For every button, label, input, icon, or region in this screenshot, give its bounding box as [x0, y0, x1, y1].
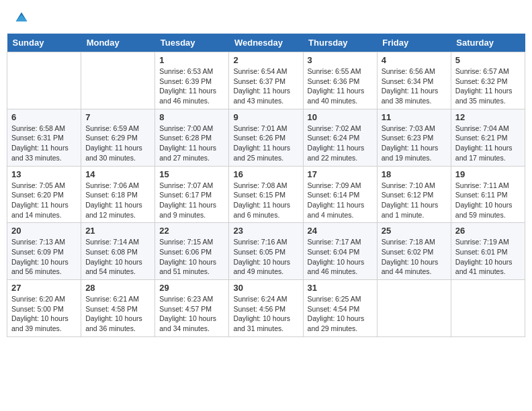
day-info: Sunrise: 7:01 AM Sunset: 6:26 PM Dayligh…: [233, 124, 298, 163]
calendar-cell: 25Sunrise: 7:18 AM Sunset: 6:02 PM Dayli…: [377, 223, 451, 280]
day-info: Sunrise: 7:15 AM Sunset: 6:06 PM Dayligh…: [159, 237, 224, 277]
day-info: Sunrise: 7:08 AM Sunset: 6:15 PM Dayligh…: [233, 181, 298, 220]
day-number: 2: [233, 55, 298, 65]
day-number: 27: [11, 283, 77, 293]
day-info: Sunrise: 6:23 AM Sunset: 4:57 PM Dayligh…: [159, 294, 224, 334]
calendar-cell: 21Sunrise: 7:14 AM Sunset: 6:08 PM Dayli…: [81, 223, 155, 280]
calendar-cell: 13Sunrise: 7:05 AM Sunset: 6:20 PM Dayli…: [7, 166, 81, 223]
calendar-cell: 14Sunrise: 7:06 AM Sunset: 6:18 PM Dayli…: [81, 166, 155, 223]
day-info: Sunrise: 7:18 AM Sunset: 6:02 PM Dayligh…: [382, 237, 447, 277]
calendar-cell: 29Sunrise: 6:23 AM Sunset: 4:57 PM Dayli…: [155, 280, 229, 337]
calendar-header-row: SundayMondayTuesdayWednesdayThursdayFrid…: [7, 34, 525, 52]
day-number: 25: [382, 226, 447, 236]
day-info: Sunrise: 7:16 AM Sunset: 6:05 PM Dayligh…: [233, 237, 298, 277]
day-info: Sunrise: 7:11 AM Sunset: 6:11 PM Dayligh…: [455, 181, 521, 220]
day-info: Sunrise: 6:59 AM Sunset: 6:29 PM Dayligh…: [85, 124, 150, 163]
calendar-cell: [377, 280, 451, 337]
day-info: Sunrise: 7:19 AM Sunset: 6:01 PM Dayligh…: [455, 237, 521, 277]
calendar-cell: 24Sunrise: 7:17 AM Sunset: 6:04 PM Dayli…: [303, 223, 377, 280]
calendar-week-row: 6Sunrise: 6:58 AM Sunset: 6:31 PM Daylig…: [7, 109, 525, 166]
calendar-cell: 30Sunrise: 6:24 AM Sunset: 4:56 PM Dayli…: [229, 280, 303, 337]
day-info: Sunrise: 6:20 AM Sunset: 5:00 PM Dayligh…: [11, 294, 77, 334]
calendar-cell: [451, 280, 525, 337]
day-info: Sunrise: 7:02 AM Sunset: 6:24 PM Dayligh…: [308, 124, 373, 163]
day-info: Sunrise: 7:09 AM Sunset: 6:14 PM Dayligh…: [308, 181, 373, 220]
day-info: Sunrise: 6:58 AM Sunset: 6:31 PM Dayligh…: [11, 124, 77, 163]
calendar-cell: 31Sunrise: 6:25 AM Sunset: 4:54 PM Dayli…: [303, 280, 377, 337]
day-number: 24: [308, 226, 373, 236]
day-number: 14: [85, 169, 150, 179]
day-number: 18: [382, 169, 447, 179]
calendar-week-row: 13Sunrise: 7:05 AM Sunset: 6:20 PM Dayli…: [7, 166, 525, 223]
calendar-cell: 2Sunrise: 6:54 AM Sunset: 6:37 PM Daylig…: [229, 52, 303, 109]
day-info: Sunrise: 7:03 AM Sunset: 6:23 PM Dayligh…: [382, 124, 447, 163]
calendar-cell: 11Sunrise: 7:03 AM Sunset: 6:23 PM Dayli…: [377, 109, 451, 166]
day-number: 1: [159, 55, 224, 65]
calendar-cell: 3Sunrise: 6:55 AM Sunset: 6:36 PM Daylig…: [303, 52, 377, 109]
day-number: 20: [11, 226, 77, 236]
calendar-cell: 20Sunrise: 7:13 AM Sunset: 6:09 PM Dayli…: [7, 223, 81, 280]
day-number: 15: [159, 169, 224, 179]
calendar-cell: 4Sunrise: 6:56 AM Sunset: 6:34 PM Daylig…: [377, 52, 451, 109]
day-number: 5: [455, 55, 521, 65]
calendar-cell: 6Sunrise: 6:58 AM Sunset: 6:31 PM Daylig…: [7, 109, 81, 166]
calendar-cell: 17Sunrise: 7:09 AM Sunset: 6:14 PM Dayli…: [303, 166, 377, 223]
day-header-monday: Monday: [81, 34, 155, 52]
day-info: Sunrise: 6:21 AM Sunset: 4:58 PM Dayligh…: [85, 294, 150, 334]
day-info: Sunrise: 6:56 AM Sunset: 6:34 PM Dayligh…: [382, 66, 447, 106]
calendar-cell: 1Sunrise: 6:53 AM Sunset: 6:39 PM Daylig…: [155, 52, 229, 109]
calendar-cell: [7, 52, 81, 109]
day-number: 9: [233, 112, 298, 122]
day-number: 22: [159, 226, 224, 236]
calendar-cell: 5Sunrise: 6:57 AM Sunset: 6:32 PM Daylig…: [451, 52, 525, 109]
calendar-cell: 10Sunrise: 7:02 AM Sunset: 6:24 PM Dayli…: [303, 109, 377, 166]
day-number: 16: [233, 169, 298, 179]
day-number: 26: [455, 226, 521, 236]
calendar-cell: 9Sunrise: 7:01 AM Sunset: 6:26 PM Daylig…: [229, 109, 303, 166]
day-info: Sunrise: 7:04 AM Sunset: 6:21 PM Dayligh…: [455, 124, 521, 163]
day-number: 10: [308, 112, 373, 122]
day-info: Sunrise: 6:53 AM Sunset: 6:39 PM Dayligh…: [159, 66, 224, 106]
logo-icon: [15, 10, 28, 24]
calendar-cell: 7Sunrise: 6:59 AM Sunset: 6:29 PM Daylig…: [81, 109, 155, 166]
day-number: 30: [233, 283, 298, 293]
svg-marker-1: [16, 15, 28, 21]
day-number: 19: [455, 169, 521, 179]
day-number: 31: [308, 283, 373, 293]
day-header-tuesday: Tuesday: [155, 34, 229, 52]
day-info: Sunrise: 7:00 AM Sunset: 6:28 PM Dayligh…: [159, 124, 224, 163]
day-number: 12: [455, 112, 521, 122]
calendar-cell: 12Sunrise: 7:04 AM Sunset: 6:21 PM Dayli…: [451, 109, 525, 166]
day-info: Sunrise: 7:10 AM Sunset: 6:12 PM Dayligh…: [382, 181, 447, 220]
day-info: Sunrise: 6:55 AM Sunset: 6:36 PM Dayligh…: [308, 66, 373, 106]
calendar-cell: [81, 52, 155, 109]
day-header-wednesday: Wednesday: [229, 34, 303, 52]
calendar-week-row: 27Sunrise: 6:20 AM Sunset: 5:00 PM Dayli…: [7, 280, 525, 337]
calendar-cell: 27Sunrise: 6:20 AM Sunset: 5:00 PM Dayli…: [7, 280, 81, 337]
calendar-week-row: 20Sunrise: 7:13 AM Sunset: 6:09 PM Dayli…: [7, 223, 525, 280]
day-info: Sunrise: 6:25 AM Sunset: 4:54 PM Dayligh…: [308, 294, 373, 334]
day-number: 7: [85, 112, 150, 122]
day-header-thursday: Thursday: [303, 34, 377, 52]
day-header-sunday: Sunday: [7, 34, 81, 52]
calendar-cell: 23Sunrise: 7:16 AM Sunset: 6:05 PM Dayli…: [229, 223, 303, 280]
calendar-cell: 16Sunrise: 7:08 AM Sunset: 6:15 PM Dayli…: [229, 166, 303, 223]
day-number: 3: [308, 55, 373, 65]
day-info: Sunrise: 6:54 AM Sunset: 6:37 PM Dayligh…: [233, 66, 298, 106]
day-number: 6: [11, 112, 77, 122]
calendar-cell: 15Sunrise: 7:07 AM Sunset: 6:17 PM Dayli…: [155, 166, 229, 223]
day-number: 4: [382, 55, 447, 65]
day-info: Sunrise: 7:06 AM Sunset: 6:18 PM Dayligh…: [85, 181, 150, 220]
day-info: Sunrise: 6:57 AM Sunset: 6:32 PM Dayligh…: [455, 66, 521, 106]
calendar-cell: 22Sunrise: 7:15 AM Sunset: 6:06 PM Dayli…: [155, 223, 229, 280]
calendar-table: SundayMondayTuesdayWednesdayThursdayFrid…: [7, 34, 525, 337]
day-header-saturday: Saturday: [451, 34, 525, 52]
day-header-friday: Friday: [377, 34, 451, 52]
day-info: Sunrise: 6:24 AM Sunset: 4:56 PM Dayligh…: [233, 294, 298, 334]
day-number: 28: [85, 283, 150, 293]
day-number: 8: [159, 112, 224, 122]
day-number: 23: [233, 226, 298, 236]
calendar-cell: 18Sunrise: 7:10 AM Sunset: 6:12 PM Dayli…: [377, 166, 451, 223]
calendar-cell: 26Sunrise: 7:19 AM Sunset: 6:01 PM Dayli…: [451, 223, 525, 280]
calendar-week-row: 1Sunrise: 6:53 AM Sunset: 6:39 PM Daylig…: [7, 52, 525, 109]
